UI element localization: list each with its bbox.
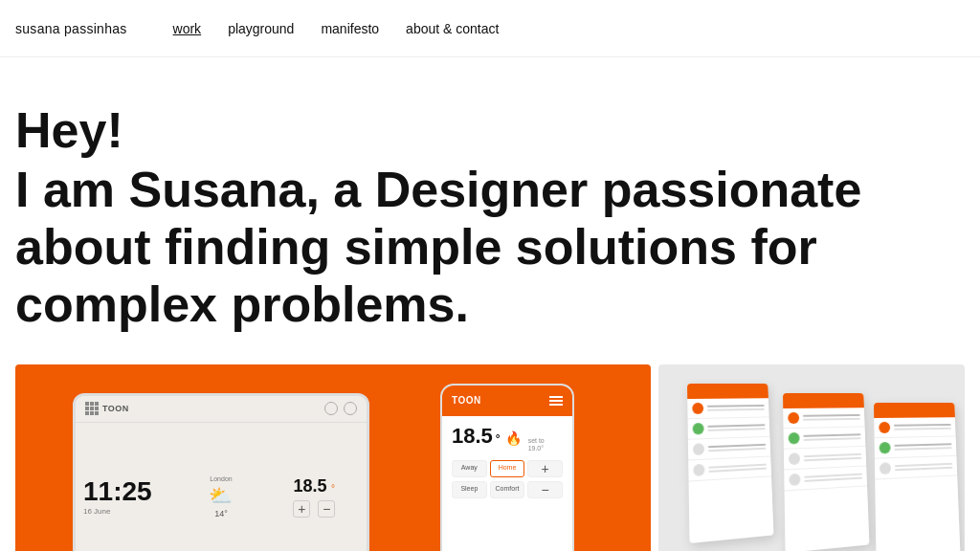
tablet-plus-btn[interactable]: + [293,500,310,518]
nav-link-playground[interactable]: playground [228,21,294,36]
line [894,424,951,427]
line [803,414,860,417]
phone-plus-btn[interactable]: + [527,460,563,477]
phone-temp-big: 18.5 [452,424,493,449]
set-to-value: 19.0° [528,445,545,452]
screen-top-bar-1 [687,384,768,399]
cards-grid: TOON 11:25 16 June London ⛅ 14 [0,364,980,551]
mode-comfort[interactable]: Comfort [490,481,525,498]
screen-lines [707,424,765,431]
tablet-temp-display: 18.5 ° [294,476,336,496]
tablet-plus-minus: + − [293,500,335,518]
dot-orange [879,421,890,432]
tablet-header-left: TOON [85,402,129,415]
nav-item-manifesto[interactable]: manifesto [321,20,379,37]
line [894,427,951,430]
set-to-label: set to [528,437,545,445]
brand-name[interactable]: susana passinhas [15,21,127,36]
line [803,437,860,441]
tablet-weather: London ⛅ 14° [176,475,265,518]
screen-lines [708,443,767,451]
line [803,433,860,437]
dot-gray [880,462,891,474]
hero-section: Hey! I am Susana, a Designer passionate … [0,57,980,364]
screen-row [784,466,867,491]
screen-row [688,417,770,439]
iso-screen-2 [783,393,869,551]
dot-orange [788,411,799,423]
dot-orange [692,402,703,413]
screen-row [783,408,864,429]
toon-phone-mockup: TOON 18.5 ° 🔥 set to 19.0° Away [440,384,574,551]
screen-lines [894,424,951,430]
screen-row [875,436,957,458]
card-toon[interactable]: TOON 11:25 16 June London ⛅ 14 [15,364,651,551]
line [894,447,951,451]
tablet-weather-temp: 14° [214,509,228,518]
tablet-icon-2 [344,402,357,415]
phone-set-to: set to 19.0° [528,437,545,453]
mode-home[interactable]: Home [490,460,525,477]
tablet-toon-label: TOON [102,404,129,413]
tablet-icons [324,402,357,415]
dot-gray [693,463,704,475]
dot-green [789,431,800,444]
iso-screen-1 [687,384,773,543]
phone-toon-label: TOON [452,395,481,406]
screen-row [784,427,866,449]
nav-item-playground[interactable]: playground [228,20,294,37]
screen-lines [707,405,765,411]
phone-temp-display: 18.5 ° 🔥 set to 19.0° [442,416,572,457]
line [804,456,862,461]
nav-link-about[interactable]: about & contact [406,21,499,36]
phone-minus-btn[interactable]: − [527,481,563,498]
tablet-content: 11:25 16 June London ⛅ 14° 18.5 ° [76,423,367,551]
screen-lines [708,463,767,472]
tablet-time: 11:25 [83,478,172,505]
toon-devices: TOON 11:25 16 June London ⛅ 14 [15,364,651,551]
screen-lines [803,433,860,441]
tablet-header: TOON [76,396,367,423]
line [708,447,767,452]
toon-grid-icon [85,402,99,415]
tablet-temp-value: 18.5 [294,476,327,496]
line [895,466,953,471]
gray-mockups [658,364,965,551]
screen-row [875,455,957,479]
hamburger-icon[interactable] [549,396,563,406]
nav-item-work[interactable]: work [173,20,202,37]
tablet-city: London [210,475,232,482]
dot-green [693,422,704,434]
weather-icon: ⛅ [209,484,233,507]
nav-link-manifesto[interactable]: manifesto [321,21,379,36]
mode-away[interactable]: Away [452,460,487,477]
tablet-icon-1 [324,402,338,415]
mode-sleep[interactable]: Sleep [452,481,487,498]
screen-top-bar-2 [783,393,864,408]
card-gray-app[interactable] [658,364,965,551]
phone-mode-buttons: Away Home + [442,456,572,481]
hero-tagline: I am Susana, a Designer passionate about… [15,162,965,333]
line [707,405,765,408]
phone-temp-degree: ° [496,432,501,446]
screen-top-bar-3 [874,403,955,418]
line [707,424,765,428]
nav-link-work[interactable]: work [173,21,202,36]
hero-greeting: Hey! [15,103,965,158]
screen-lines [804,473,862,481]
dot-gray [789,452,800,465]
iso-screen-3 [874,403,960,551]
nav-item-about[interactable]: about & contact [406,20,499,37]
navigation: susana passinhas work playground manifes… [0,0,980,57]
nav-links: work playground manifesto about & contac… [173,20,500,37]
dot-gray [693,443,704,455]
screen-lines [895,462,953,470]
screen-lines [803,414,860,421]
line [803,417,860,420]
screen-row [874,417,955,438]
tablet-temp-control: 18.5 ° + − [270,476,359,518]
tablet-minus-btn[interactable]: − [318,500,335,518]
line [707,408,765,410]
phone-mode-row2: Sleep Comfort − [442,481,572,498]
flame-icon: 🔥 [505,430,522,446]
